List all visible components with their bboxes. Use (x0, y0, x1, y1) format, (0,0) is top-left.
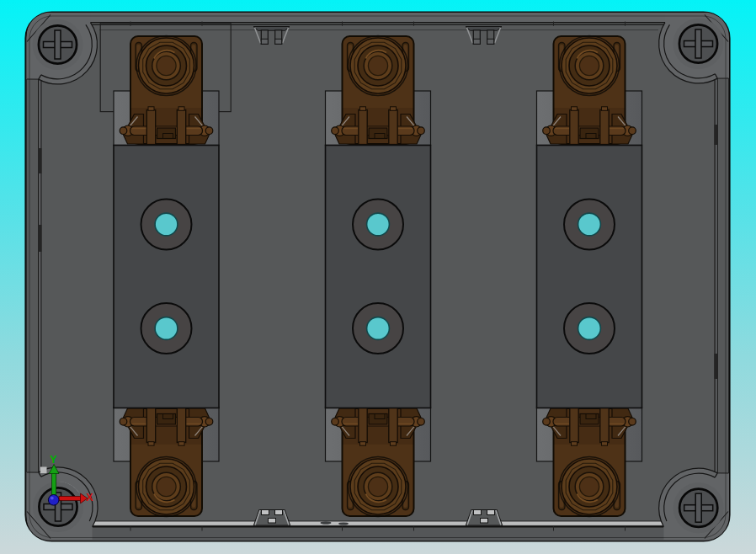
svg-text:X: X (86, 492, 93, 503)
svg-text:Y: Y (50, 454, 57, 466)
